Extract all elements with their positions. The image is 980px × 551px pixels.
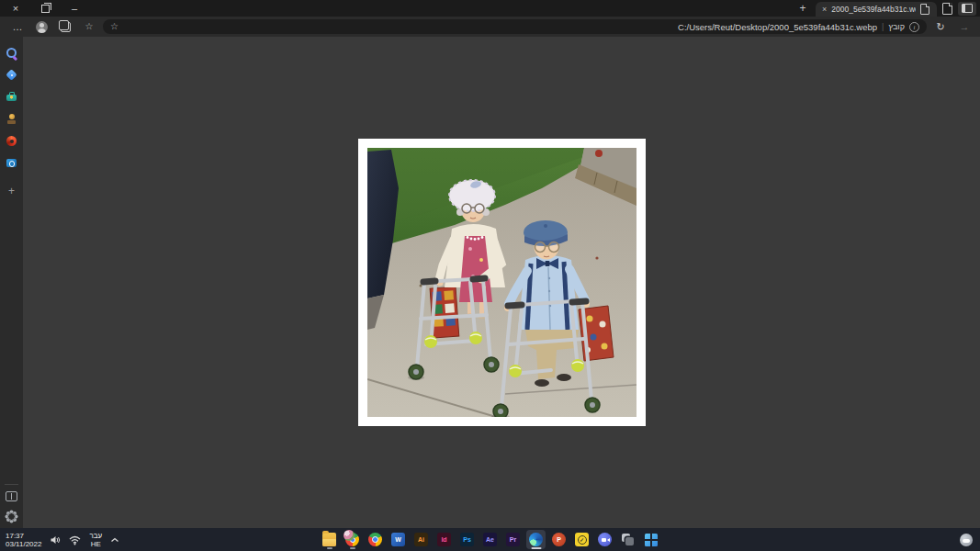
restore-icon <box>41 5 50 13</box>
collections-button[interactable] <box>55 18 75 35</box>
search-icon <box>6 47 17 59</box>
tab-strip: + × 2000_5e539fa44b31c.webp (564 <box>795 0 980 17</box>
collections-icon <box>61 22 71 32</box>
profile-button[interactable] <box>31 18 51 35</box>
taskbar-chrome-button[interactable] <box>366 530 385 549</box>
tasks-app-icon: ✓ <box>575 533 589 546</box>
file-explorer-icon <box>322 533 336 546</box>
edge-browser-window: × – + × 2000_5e539fa44b31c.webp (564 … ☆… <box>0 0 980 551</box>
photoshop-icon: Ps <box>460 533 474 546</box>
running-indicator <box>327 547 332 549</box>
microsoft-365-icon <box>6 135 17 147</box>
minimize-window-button[interactable]: – <box>66 1 83 16</box>
taskbar-illustrator-button[interactable]: Ai <box>411 530 431 549</box>
wifi-icon <box>69 534 81 545</box>
sidebar-add-button[interactable]: + <box>3 182 20 199</box>
restore-window-button[interactable] <box>37 1 53 16</box>
powerpoint-icon: P <box>552 533 566 546</box>
sidebar-items <box>3 44 20 176</box>
sidebar-panel-toggle-button[interactable] <box>6 491 17 501</box>
sidebar-bottom <box>0 484 23 528</box>
sidebar-settings-button[interactable] <box>7 512 16 521</box>
taskbar-powerpoint-button[interactable]: P <box>549 530 569 549</box>
video-app-icon <box>598 533 612 546</box>
file-protocol-chip[interactable]: קובץ <box>888 22 905 31</box>
avatar <box>36 21 48 33</box>
edge-sidebar: + <box>0 37 23 528</box>
sidebar-item-microsoft-365[interactable] <box>3 132 20 150</box>
taskbar-file-explorer-button[interactable] <box>320 530 339 549</box>
task-view-icon <box>621 533 635 546</box>
new-tab-button[interactable]: + <box>795 1 810 16</box>
favorites-icon: ☆ <box>85 22 94 31</box>
running-indicator <box>531 547 541 549</box>
file-favicon-icon <box>920 4 929 15</box>
titlebar: × – + × 2000_5e539fa44b31c.webp (564 <box>0 0 980 17</box>
clock-date: 03/11/2022 <box>6 540 41 548</box>
photo-illustration <box>367 148 636 417</box>
show-hidden-icons-button[interactable] <box>110 536 119 544</box>
running-indicator <box>350 547 355 549</box>
tab-actions-menu-button[interactable] <box>958 2 976 16</box>
volume-icon <box>50 534 61 545</box>
chip-divider: | <box>882 22 884 31</box>
chevron-up-icon <box>110 536 119 544</box>
taskbar-word-button[interactable]: W <box>389 530 408 549</box>
address-bar[interactable]: ☆ C:/Users/Reut/Desktop/2000_5e539fa44b3… <box>103 19 927 34</box>
taskbar-edge-button[interactable] <box>526 530 546 549</box>
illustrator-icon: Ai <box>414 533 428 546</box>
back-button[interactable]: → <box>954 18 974 35</box>
taskbar-start-button[interactable] <box>641 530 660 549</box>
indesign-icon: Id <box>437 533 451 546</box>
taskbar-video-app-button[interactable] <box>595 530 614 549</box>
document-icon <box>942 3 952 15</box>
start-icon <box>645 534 658 546</box>
taskbar-chrome-profile-button[interactable] <box>343 530 362 549</box>
sidebar-item-tools[interactable] <box>3 88 20 106</box>
volume-button[interactable] <box>50 534 61 545</box>
browser-toolbar: … ☆ ☆ C:/Users/Reut/Desktop/2000_5e539fa… <box>0 17 980 37</box>
chrome-profile-icon <box>345 533 359 546</box>
after-effects-icon: Ae <box>483 533 497 546</box>
clock-time: 17:37 <box>6 532 41 540</box>
language-code: HE <box>89 540 102 548</box>
refresh-button[interactable]: ↻ <box>930 18 951 35</box>
outlook-icon <box>6 157 17 169</box>
shopping-icon <box>6 69 17 81</box>
wifi-button[interactable] <box>69 534 81 545</box>
image-frame[interactable] <box>358 139 646 426</box>
close-window-button[interactable]: × <box>7 1 24 16</box>
taskbar-tasks-app-button[interactable]: ✓ <box>572 530 591 549</box>
sidebar-item-search[interactable] <box>3 44 20 62</box>
taskbar-indesign-button[interactable]: Id <box>434 530 454 549</box>
taskbar-photoshop-button[interactable]: Ps <box>457 530 477 549</box>
sidebar-item-games[interactable] <box>3 110 20 128</box>
add-favorite-icon[interactable]: ☆ <box>110 22 118 31</box>
tab-close-icon[interactable]: × <box>822 6 827 14</box>
edge-icon <box>529 533 543 546</box>
url-text: C:/Users/Reut/Desktop/2000_5e539fa44b31c… <box>678 22 877 32</box>
tab-title: 2000_5e539fa44b31c.webp (564 <box>831 5 916 14</box>
taskbar-task-view-button[interactable] <box>618 530 637 549</box>
site-info-icon[interactable]: i <box>909 22 919 32</box>
premiere-icon: Pr <box>506 533 520 546</box>
language-name: עבר <box>89 532 102 540</box>
system-tray: 17:37 03/11/2022 עבר HE <box>6 528 119 551</box>
widgets-button[interactable] <box>960 528 973 551</box>
settings-menu-button[interactable]: … <box>7 18 28 35</box>
sidebar-item-shopping[interactable] <box>3 66 20 84</box>
chrome-icon <box>368 533 382 546</box>
language-switcher[interactable]: עבר HE <box>89 532 102 548</box>
page-content <box>23 37 980 528</box>
taskbar-after-effects-button[interactable]: Ae <box>480 530 500 549</box>
active-tab[interactable]: × 2000_5e539fa44b31c.webp (564 <box>816 2 937 17</box>
taskbar-premiere-button[interactable]: Pr <box>503 530 523 549</box>
weather-widget-icon <box>960 534 973 546</box>
word-icon: W <box>391 533 405 546</box>
window-controls: × – <box>0 1 83 16</box>
favorites-button[interactable]: ☆ <box>79 18 99 35</box>
tools-icon <box>6 91 17 103</box>
sidebar-item-outlook[interactable] <box>3 154 20 172</box>
taskbar-clock[interactable]: 17:37 03/11/2022 <box>6 532 41 548</box>
taskbar-apps: WAiIdPsAePrP✓ <box>320 528 660 551</box>
